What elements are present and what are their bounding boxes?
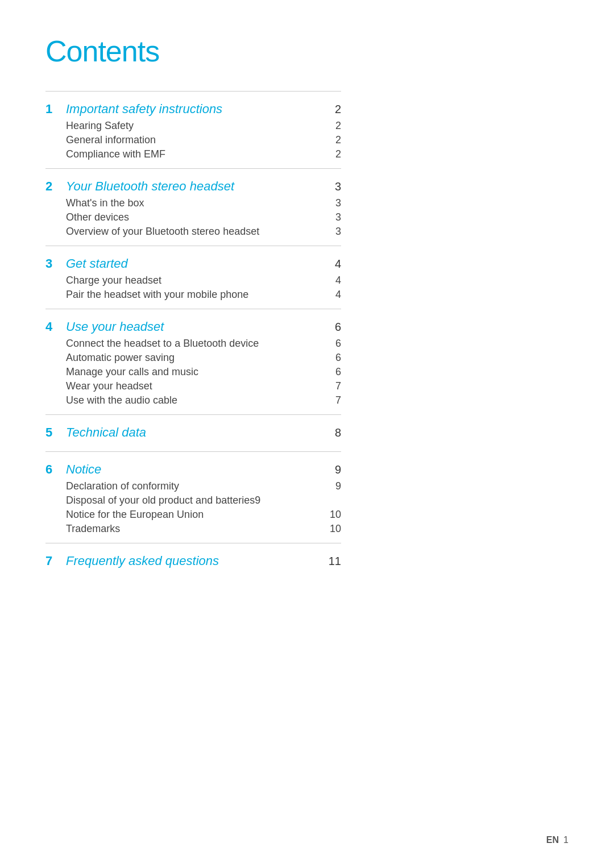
toc-sub-row: Automatic power saving6: [66, 352, 341, 364]
toc-section-1: 1Important safety instructions2Hearing S…: [45, 91, 341, 168]
toc-sub-title: Compliance with EMF: [66, 148, 165, 160]
toc-sub-title: Wear your headset: [66, 380, 152, 392]
toc-section-page: 3: [330, 180, 341, 193]
toc-sub-row: Wear your headset7: [66, 380, 341, 392]
toc-sub-title: Declaration of conformity: [66, 480, 179, 492]
toc-sub-title: Connect the headset to a Bluetooth devic…: [66, 338, 259, 350]
toc-sub-row: Charge your headset4: [66, 275, 341, 286]
toc-sub-title: Trademarks: [66, 523, 120, 535]
toc-main-row: 4Use your headset6: [45, 319, 341, 334]
toc-subsections: Connect the headset to a Bluetooth devic…: [45, 338, 341, 406]
toc-main-row: 2Your Bluetooth stereo headset3: [45, 179, 341, 194]
toc-sub-row: Trademarks10: [66, 523, 341, 535]
toc-sub-title: Automatic power saving: [66, 352, 175, 364]
toc-section-title: Notice: [66, 462, 101, 477]
toc-subsections: Hearing Safety2General information2Compl…: [45, 120, 341, 160]
toc-section-5: 5Technical data8: [45, 414, 341, 451]
toc-main-row: 5Technical data8: [45, 425, 341, 440]
toc-section-number: 5: [45, 425, 57, 440]
toc-sub-page: 4: [330, 289, 341, 301]
toc-main-row: 3Get started4: [45, 256, 341, 271]
toc-subsections: Declaration of conformity9Disposal of yo…: [45, 480, 341, 535]
page-title: Contents: [45, 34, 569, 68]
toc-section-page: 8: [330, 426, 341, 439]
toc-main-row: 7Frequently asked questions11: [45, 554, 341, 568]
table-of-contents: 1Important safety instructions2Hearing S…: [45, 91, 341, 580]
toc-sub-row: What's in the box3: [66, 197, 341, 209]
toc-sub-page: 3: [330, 197, 341, 209]
toc-section-7: 7Frequently asked questions11: [45, 543, 341, 580]
toc-sub-page: 2: [330, 148, 341, 160]
toc-section-title: Use your headset: [66, 319, 164, 334]
toc-sub-title: Hearing Safety: [66, 120, 134, 132]
toc-subsections: Charge your headset4Pair the headset wit…: [45, 275, 341, 301]
toc-sub-page: 2: [330, 134, 341, 146]
toc-sub-page: 6: [330, 352, 341, 364]
toc-section-page: 2: [330, 103, 341, 116]
toc-sub-page: 6: [330, 366, 341, 378]
toc-subsections: What's in the box3Other devices3Overview…: [45, 197, 341, 238]
toc-section-title: Your Bluetooth stereo headset: [66, 179, 234, 194]
toc-section-3: 3Get started4Charge your headset4Pair th…: [45, 246, 341, 309]
toc-sub-title: Notice for the European Union: [66, 509, 204, 521]
footer-page: 1: [563, 835, 569, 845]
toc-section-page: 6: [330, 321, 341, 334]
toc-sub-row: Compliance with EMF2: [66, 148, 341, 160]
toc-section-title: Get started: [66, 256, 128, 271]
toc-sub-title: Manage your calls and music: [66, 366, 198, 378]
toc-sub-title: Pair the headset with your mobile phone: [66, 289, 248, 301]
toc-sub-page: 4: [330, 275, 341, 286]
toc-main-row: 1Important safety instructions2: [45, 102, 341, 117]
toc-sub-title: General information: [66, 134, 156, 146]
toc-sub-page: 3: [330, 226, 341, 238]
toc-section-4: 4Use your headset6Connect the headset to…: [45, 309, 341, 414]
toc-sub-page: 10: [330, 509, 341, 521]
toc-sub-page: 7: [330, 394, 341, 406]
toc-sub-row: Hearing Safety2: [66, 120, 341, 132]
toc-section-page: 4: [330, 258, 341, 271]
toc-section-6: 6Notice9Declaration of conformity9Dispos…: [45, 451, 341, 543]
toc-sub-row: Other devices3: [66, 211, 341, 223]
toc-sub-row: Pair the headset with your mobile phone4: [66, 289, 341, 301]
toc-section-title: Frequently asked questions: [66, 554, 219, 568]
toc-section-number: 1: [45, 102, 57, 117]
toc-sub-row: Notice for the European Union10: [66, 509, 341, 521]
toc-sub-page: 2: [330, 120, 341, 132]
toc-sub-title: Other devices: [66, 211, 129, 223]
toc-sub-page: 3: [330, 211, 341, 223]
toc-section-number: 2: [45, 179, 57, 194]
toc-section-number: 4: [45, 319, 57, 334]
toc-sub-page: 7: [330, 380, 341, 392]
toc-sub-row: Connect the headset to a Bluetooth devic…: [66, 338, 341, 350]
toc-section-number: 6: [45, 462, 57, 477]
toc-section-2: 2Your Bluetooth stereo headset3What's in…: [45, 168, 341, 246]
toc-sub-title: Charge your headset: [66, 275, 161, 286]
toc-section-number: 3: [45, 256, 57, 271]
toc-sub-title: Overview of your Bluetooth stereo headse…: [66, 226, 259, 238]
toc-sub-title: What's in the box: [66, 197, 144, 209]
toc-sub-page: 9: [330, 480, 341, 492]
toc-sub-page: 10: [330, 523, 341, 535]
toc-sub-title: Use with the audio cable: [66, 394, 177, 406]
toc-section-title: Technical data: [66, 425, 146, 440]
toc-section-page: 9: [330, 463, 341, 476]
toc-section-title: Important safety instructions: [66, 102, 222, 117]
toc-sub-row: Disposal of your old product and batteri…: [66, 495, 341, 506]
footer: EN 1: [546, 835, 569, 845]
toc-sub-page: 6: [330, 338, 341, 350]
toc-sub-title: Disposal of your old product and batteri…: [66, 495, 260, 506]
toc-sub-row: Manage your calls and music6: [66, 366, 341, 378]
toc-section-page: 11: [329, 555, 341, 568]
toc-sub-row: General information2: [66, 134, 341, 146]
toc-sub-row: Use with the audio cable7: [66, 394, 341, 406]
toc-sub-row: Overview of your Bluetooth stereo headse…: [66, 226, 341, 238]
toc-sub-row: Declaration of conformity9: [66, 480, 341, 492]
toc-section-number: 7: [45, 554, 57, 568]
toc-main-row: 6Notice9: [45, 462, 341, 477]
footer-lang: EN: [546, 835, 559, 845]
